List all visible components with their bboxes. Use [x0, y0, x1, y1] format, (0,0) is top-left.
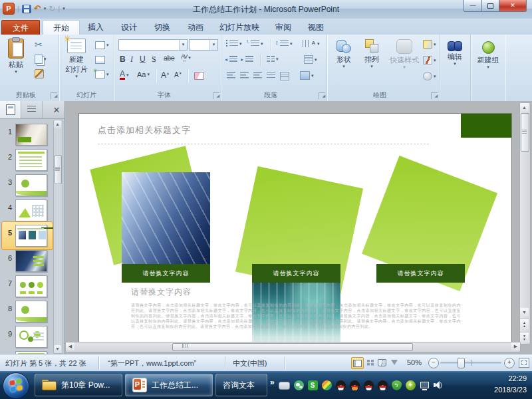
powerpoint-app-icon[interactable]: P: [3, 3, 15, 15]
tab-animations[interactable]: 动画: [180, 20, 211, 35]
maximize-button[interactable]: [482, 0, 499, 12]
start-button[interactable]: [3, 372, 29, 399]
panel-close-icon[interactable]: ✕: [49, 101, 65, 118]
view-slideshow-button[interactable]: [388, 357, 400, 368]
zoom-level[interactable]: 50%: [407, 358, 422, 366]
horizontal-scrollbar[interactable]: ◀ ▶: [65, 342, 521, 352]
paste-dropdown-icon[interactable]: ▾: [15, 70, 17, 74]
slide-image-business[interactable]: [122, 172, 210, 264]
new-slide-button[interactable]: 新建 幻灯片 ▾: [62, 39, 91, 78]
font-size-combo[interactable]: [189, 39, 218, 51]
numbering-button[interactable]: ▾: [251, 40, 263, 47]
copy-button[interactable]: ▾: [35, 55, 47, 64]
clipboard-dialog-launcher-icon[interactable]: ◢: [51, 92, 57, 99]
scroll-up-icon[interactable]: ▲: [520, 103, 529, 112]
tab-view[interactable]: 视图: [301, 20, 331, 35]
font-name-combo[interactable]: [118, 39, 188, 51]
scrollbar-thumb[interactable]: [172, 343, 413, 351]
sogou-icon[interactable]: S: [308, 380, 318, 390]
slide-thumbnail[interactable]: [15, 124, 47, 146]
shapes-button[interactable]: 形状 ▾: [331, 39, 356, 68]
clear-formatting-button[interactable]: [194, 72, 204, 80]
underline-button[interactable]: U: [140, 55, 146, 64]
font-dialog-launcher-icon[interactable]: ◢: [213, 92, 219, 99]
slide-thumbnail[interactable]: [15, 301, 47, 323]
scroll-down-icon[interactable]: ▼: [54, 345, 61, 353]
strikethrough-button[interactable]: abe: [164, 55, 175, 62]
wechat-icon[interactable]: [294, 380, 304, 390]
columns-button[interactable]: ▾: [267, 56, 279, 63]
slide-thumbnail[interactable]: [15, 149, 47, 171]
input-keyboard-icon[interactable]: [279, 382, 290, 390]
line-spacing-button[interactable]: ▾: [280, 40, 293, 47]
scroll-right-icon[interactable]: ▶: [511, 342, 520, 350]
new-group-button[interactable]: 新建组 ▾: [473, 41, 503, 69]
network-icon[interactable]: [420, 380, 430, 390]
justify-button[interactable]: [267, 72, 275, 79]
shape-fill-button[interactable]: ▾: [423, 40, 436, 49]
editing-button[interactable]: 编辑 ▾: [444, 41, 466, 66]
view-sorter-button[interactable]: [364, 357, 376, 368]
redo-icon[interactable]: ↻: [49, 4, 55, 13]
tab-review[interactable]: 审阅: [267, 20, 299, 35]
qat-customize-icon[interactable]: ▾: [63, 6, 65, 11]
layout-button[interactable]: ▾: [95, 41, 109, 49]
tray-overflow-icon[interactable]: »: [270, 378, 275, 387]
drawing-dialog-launcher-icon[interactable]: ◢: [431, 92, 438, 99]
qq-icon[interactable]: [364, 380, 374, 390]
image-caption[interactable]: 请替换文字内容: [376, 264, 465, 283]
thumbnail-item[interactable]: 1: [0, 122, 53, 146]
view-normal-button[interactable]: [351, 357, 364, 369]
undo-dropdown-icon[interactable]: ▾: [44, 6, 47, 11]
new-slide-dropdown-icon[interactable]: ▾: [75, 74, 78, 78]
taskbar-chat-button[interactable]: 咨询文本: [215, 374, 267, 396]
tab-outline[interactable]: [21, 101, 43, 118]
qq-icon[interactable]: [378, 380, 388, 390]
vertical-scrollbar[interactable]: ▲ ▼ ▲▲ ▼▼: [519, 102, 531, 344]
distribute-button[interactable]: [280, 72, 289, 80]
paragraph-dialog-launcher-icon[interactable]: ◢: [319, 92, 325, 99]
thumbnail-item[interactable]: 6: [0, 249, 53, 273]
antivirus-shield-icon[interactable]: ϟ: [392, 380, 402, 390]
image-caption[interactable]: 请替换文字内容: [252, 264, 340, 283]
slide-thumbnail[interactable]: [15, 250, 47, 272]
shape-effects-button[interactable]: ▾: [423, 72, 436, 80]
panel-scrollbar[interactable]: ▲ ▼: [53, 120, 63, 354]
undo-icon[interactable]: ↶: [34, 4, 41, 13]
save-icon[interactable]: [22, 5, 31, 13]
shrink-font-button[interactable]: A: [174, 71, 182, 78]
thumbnail-item[interactable]: 3: [0, 173, 53, 197]
thumbnail-item[interactable]: 8: [0, 299, 53, 323]
language-indicator[interactable]: 中文(中国): [233, 358, 267, 368]
tab-insert[interactable]: 插入: [80, 20, 112, 35]
taskbar-folder-button[interactable]: 第10章 Pow...: [35, 374, 122, 396]
paste-button[interactable]: 粘贴 ▾: [4, 39, 28, 74]
view-reading-button[interactable]: [376, 357, 388, 368]
thumbnail-item-selected[interactable]: 5: [0, 223, 53, 247]
fit-to-window-button[interactable]: [519, 358, 529, 368]
slide-subheading[interactable]: 请替换文字内容: [131, 287, 192, 298]
quick-styles-button[interactable]: 快速样式 ▾: [387, 39, 422, 69]
grow-font-button[interactable]: A: [161, 70, 170, 80]
slide-thumbnail[interactable]: [15, 174, 47, 196]
thumbnail-item[interactable]: 9: [0, 325, 53, 348]
thumbnail-item[interactable]: 7: [0, 274, 53, 298]
tab-slideshow[interactable]: 幻灯片放映: [213, 20, 266, 35]
align-text-button[interactable]: ▾: [304, 55, 317, 64]
safety-sphere-icon[interactable]: +: [406, 380, 416, 390]
slide-thumbnail[interactable]: [15, 225, 47, 247]
change-case-button[interactable]: Aa▾: [137, 70, 150, 78]
reset-button[interactable]: [95, 56, 105, 64]
scroll-up-icon[interactable]: ▲: [54, 120, 61, 128]
thumbnail-item[interactable]: 4: [0, 198, 53, 222]
section-button[interactable]: ▾: [95, 70, 109, 78]
slide-title-placeholder[interactable]: 点击添加相关标题文字: [98, 124, 191, 136]
text-direction-button[interactable]: ▾: [303, 40, 320, 47]
bold-button[interactable]: B: [120, 55, 126, 64]
slide-thumbnail[interactable]: [15, 275, 47, 297]
previous-slide-icon[interactable]: ▲▲: [520, 319, 529, 329]
rainbow-app-icon[interactable]: [322, 380, 332, 390]
tab-home[interactable]: 开始: [43, 20, 80, 35]
align-center-button[interactable]: [240, 72, 249, 79]
slide-canvas[interactable]: 点击添加相关标题文字 请替换文字内容 请替换文字内容 请替换文字内容 请替换文字…: [78, 113, 512, 344]
